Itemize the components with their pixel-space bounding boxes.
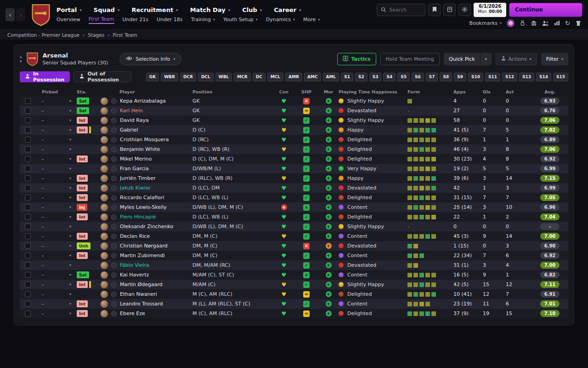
table-row[interactable]: -▾IntDeclan RiceDM, M (C)♥✓+Content45 (3… <box>20 231 568 241</box>
subnav-item-under-18s[interactable]: Under 18s <box>157 17 183 23</box>
table-row[interactable]: -▾Cristhian MosqueraD (RC)♥✓+Delighted36… <box>20 135 568 144</box>
position-filter-s6[interactable]: S6 <box>412 73 424 81</box>
player-info-icon[interactable] <box>111 301 117 307</box>
position-filter-s5[interactable]: S5 <box>397 73 410 81</box>
collapse-up-icon[interactable]: ▴ <box>20 55 22 59</box>
picked-dropdown[interactable]: -▾ <box>35 154 76 164</box>
row-checkbox[interactable] <box>25 301 31 307</box>
table-row[interactable]: -▾Fran GarciaD/WB/M (L)♥✓+Very Happy19 (… <box>20 164 568 173</box>
position-filter-s2[interactable]: S2 <box>355 73 368 81</box>
position-filter-aml[interactable]: AML <box>323 73 339 81</box>
player-name[interactable]: Leandro Trossard <box>120 301 163 307</box>
row-checkbox[interactable] <box>25 204 31 210</box>
nav-item-career[interactable]: Career▾ <box>274 6 301 13</box>
table-row[interactable]: -▾IntJakub KiwiorD (LC), DM♥✓+Devastated… <box>20 183 568 193</box>
table-row[interactable]: -▾IntRiccardo CalafioriD (LC), WB (L)♥✓+… <box>20 193 568 202</box>
position-filter-amc[interactable]: AMC <box>304 73 321 81</box>
position-filter-mcl[interactable]: MCL <box>267 73 283 81</box>
nav-item-portal[interactable]: Portal▾ <box>57 6 82 13</box>
player-name[interactable]: David Raya <box>120 117 149 123</box>
stats-button[interactable] <box>554 20 560 26</box>
search-input[interactable] <box>389 7 421 13</box>
player-name[interactable]: Martin Ødegaard <box>120 282 163 288</box>
settings-button[interactable] <box>458 4 471 16</box>
table-row[interactable]: -▾UnhChristian NørgaardDM, M (C)♥×+Devas… <box>20 241 568 251</box>
table-row[interactable]: -▾IntDavid RayaGK♥✓+Slightly Happy58007.… <box>20 115 568 125</box>
picked-dropdown[interactable]: -▾ <box>35 135 76 144</box>
row-checkbox[interactable] <box>25 224 31 230</box>
player-info-icon[interactable] <box>111 272 117 278</box>
player-info-icon[interactable] <box>111 176 117 181</box>
table-row[interactable]: -▾IntEbere EzeM (C), AM (RLC)♥=+Delighte… <box>20 309 568 318</box>
player-info-icon[interactable] <box>111 311 117 316</box>
player-name[interactable]: Gabriel <box>120 127 138 133</box>
picked-dropdown[interactable]: -▾ <box>35 260 76 270</box>
picked-dropdown[interactable]: -▾ <box>35 125 76 135</box>
player-name[interactable]: Fábio Vieira <box>120 262 149 268</box>
player-name[interactable]: Benjamin White <box>120 146 160 152</box>
picked-dropdown[interactable]: -▾ <box>35 289 76 299</box>
picked-dropdown[interactable]: -▾ <box>35 251 76 260</box>
player-name[interactable]: Oleksandr Zinchenko <box>120 224 173 230</box>
subnav-item-youth-setup[interactable]: Youth Setup▾ <box>223 17 258 23</box>
selection-info-dropdown[interactable]: Selection Info ▾ <box>119 53 181 65</box>
quick-pick-dropdown[interactable]: ▾ <box>481 53 492 65</box>
filter-dropdown[interactable]: Filter ▾ <box>541 53 568 65</box>
player-info-icon[interactable] <box>111 263 117 268</box>
row-checkbox[interactable] <box>25 253 31 259</box>
search-box[interactable] <box>377 4 425 16</box>
nav-item-squad[interactable]: Squad▾ <box>94 6 120 13</box>
column-header-apps[interactable]: Apps <box>453 89 483 94</box>
row-checkbox[interactable] <box>25 272 31 278</box>
position-filter-dcl[interactable]: DCL <box>198 73 214 81</box>
player-name[interactable]: Piero Hincapié <box>120 214 156 220</box>
player-name[interactable]: Ebere Eze <box>120 310 145 316</box>
player-info-icon[interactable] <box>111 166 117 172</box>
position-filter-s9[interactable]: S9 <box>454 73 466 81</box>
notes-button[interactable] <box>443 4 456 16</box>
column-header-form[interactable]: Form <box>407 89 453 94</box>
row-checkbox[interactable] <box>25 291 31 297</box>
table-row[interactable]: -▾IntGabrielD (C)♥✓+Happy41 (5)757.02 <box>20 125 568 135</box>
picked-dropdown[interactable]: -▾ <box>35 222 76 231</box>
player-name[interactable]: Karl Hein <box>120 108 143 114</box>
collapse-down-icon[interactable]: ▾ <box>20 59 22 63</box>
picked-dropdown[interactable]: -▾ <box>35 173 76 183</box>
position-filter-s13[interactable]: S13 <box>519 73 534 81</box>
player-info-icon[interactable] <box>111 185 117 191</box>
table-row[interactable]: -▾IntPiero HincapiéD (LC), WB (L)♥✓+Deli… <box>20 212 568 222</box>
column-header-position[interactable]: Position <box>192 89 273 94</box>
player-name[interactable]: Jurriën Timber <box>120 175 156 181</box>
player-info-icon[interactable] <box>111 205 117 210</box>
position-filter-s10[interactable]: S10 <box>468 73 483 81</box>
position-filter-amr[interactable]: AMR <box>285 73 302 81</box>
position-filter-s3[interactable]: S3 <box>369 73 382 81</box>
table-row[interactable]: -▾SetKarl HeinGK♥=+Devastated-27006.76 <box>20 106 568 115</box>
table-row[interactable]: -▾IntMartin ØdegaardM/AM (C)♥✓+Slightly … <box>20 280 568 289</box>
row-checkbox[interactable] <box>25 195 31 201</box>
player-name[interactable]: Mikel Merino <box>120 156 152 162</box>
position-filter-s11[interactable]: S11 <box>485 73 500 81</box>
picked-dropdown[interactable]: -▾ <box>35 183 76 193</box>
picked-dropdown[interactable]: -▾ <box>35 309 76 318</box>
position-filter-dcr[interactable]: DCR <box>180 73 196 81</box>
position-filter-wbr[interactable]: WBR <box>161 73 178 81</box>
row-checkbox[interactable] <box>25 214 31 220</box>
column-header-avg[interactable]: Avg. <box>531 89 568 94</box>
forward-button[interactable]: › <box>16 8 25 21</box>
tab-out-of-possession[interactable]: Out of Possession <box>74 71 131 82</box>
position-filter-s14[interactable]: S14 <box>536 73 551 81</box>
picked-dropdown[interactable]: -▾ <box>35 115 76 125</box>
picked-dropdown[interactable]: -▾ <box>35 193 76 202</box>
player-name[interactable]: Myles Lewis-Skelly <box>120 204 167 210</box>
column-header-ast[interactable]: Ast <box>506 89 531 94</box>
player-name[interactable]: Kepa Arrizabalaga <box>120 98 166 104</box>
picked-dropdown[interactable]: -▾ <box>35 96 76 106</box>
player-name[interactable]: Kai Havertz <box>120 272 149 278</box>
player-info-icon[interactable] <box>111 282 117 288</box>
position-filter-s8[interactable]: S8 <box>440 73 452 81</box>
row-checkbox[interactable] <box>25 146 31 152</box>
game-date[interactable]: 6/1/2026 Mon00:00 <box>474 3 506 17</box>
picked-dropdown[interactable]: -▾ <box>35 280 76 289</box>
row-checkbox[interactable] <box>25 243 31 249</box>
